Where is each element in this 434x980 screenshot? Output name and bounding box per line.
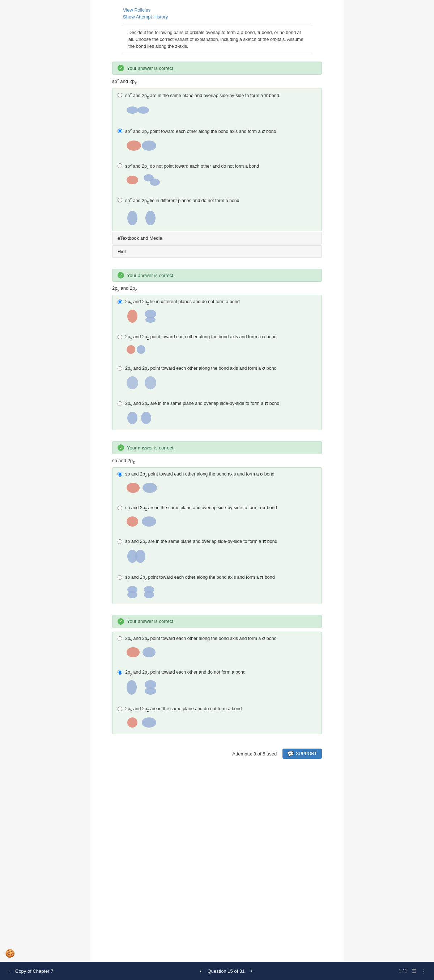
check-icon-1: ✓: [117, 65, 124, 72]
radio-3-1[interactable]: [117, 472, 122, 477]
prev-question-button[interactable]: ‹: [198, 966, 204, 976]
option-content-2-1: 2py and 2pz lie in different planes and …: [125, 299, 240, 325]
svg-point-33: [127, 718, 138, 727]
svg-point-6: [150, 178, 160, 186]
option-row-1-4[interactable]: sp2 and 2pz lie in different planes and …: [117, 197, 317, 227]
radio-2-2[interactable]: [117, 335, 122, 339]
option-text-2-3: 2py and 2pz point toward each other alon…: [125, 366, 277, 373]
svg-point-12: [127, 345, 135, 354]
option-content-3-1: sp and 2pz point toward each other along…: [125, 471, 274, 495]
svg-point-9: [127, 310, 138, 323]
radio-1-4[interactable]: [117, 198, 122, 202]
radio-1-2[interactable]: [117, 129, 122, 133]
svg-point-2: [127, 140, 141, 151]
answer-options-box-4: 2py and 2pz point toward each other alon…: [112, 632, 322, 734]
option-row-4-2[interactable]: 2py and 2pz point toward each other and …: [117, 669, 317, 699]
svg-point-11: [146, 317, 155, 323]
question-block-2: ✓ Your answer is correct. 2py and 2pz 2p…: [112, 269, 322, 430]
radio-4-1[interactable]: [117, 636, 122, 641]
option-row-3-3[interactable]: sp and 2pz are in the same plane and ove…: [117, 539, 317, 568]
correct-text-3: Your answer is correct.: [127, 445, 175, 450]
support-label: SUPPORT: [296, 751, 317, 756]
option-row-3-2[interactable]: sp and 2pz are in the same plane and ove…: [117, 505, 317, 532]
svg-point-27: [144, 591, 154, 598]
correct-banner-3: ✓ Your answer is correct.: [112, 441, 322, 454]
hint-btn-1[interactable]: Hint: [112, 245, 322, 258]
view-policies-link[interactable]: View Policies: [123, 7, 311, 13]
option-row-2-2[interactable]: 2py and 2pz point toward each other alon…: [117, 334, 317, 359]
svg-point-30: [127, 680, 137, 695]
radio-3-3[interactable]: [117, 539, 122, 544]
radio-4-3[interactable]: [117, 706, 122, 711]
page-wrapper: View Policies Show Attempt History Decid…: [90, 0, 344, 980]
svg-point-18: [127, 483, 139, 493]
orbital-img-3-4: [125, 584, 275, 600]
option-row-1-2[interactable]: sp2 and 2pz point toward each other alon…: [117, 128, 317, 156]
option-text-3-3: sp and 2pz are in the same plane and ove…: [125, 539, 277, 546]
option-text-3-4: sp and 2pz point toward each other along…: [125, 574, 275, 582]
check-icon-3: ✓: [117, 444, 124, 451]
correct-banner-1: ✓ Your answer is correct.: [112, 62, 322, 75]
orbital-img-2-3: [125, 375, 277, 391]
option-row-2-1[interactable]: 2py and 2pz lie in different planes and …: [117, 299, 317, 328]
next-question-button[interactable]: ›: [248, 966, 254, 976]
instruction-text: Decide if the following pairs of orbital…: [128, 30, 303, 49]
svg-point-8: [146, 211, 155, 225]
option-row-1-1[interactable]: sp2 and 2pz are in the same plane and ov…: [117, 92, 317, 121]
check-icon-2: ✓: [117, 272, 124, 278]
more-options-button[interactable]: ⋮: [421, 968, 427, 975]
option-content-1-1: sp2 and 2pz are in the same plane and ov…: [125, 92, 279, 118]
option-row-3-1[interactable]: sp and 2pz point toward each other along…: [117, 471, 317, 498]
orbital-img-2-4: [125, 411, 280, 426]
option-content-4-3: 2py and 2pz are in the same plane and do…: [125, 706, 242, 730]
orbital-img-3-1: [125, 481, 274, 495]
orbital-img-1-3: [125, 173, 259, 188]
cookie-icon[interactable]: 🍪: [5, 949, 15, 958]
option-text-4-1: 2py and 2pz point toward each other alon…: [125, 636, 277, 643]
radio-3-4[interactable]: [117, 575, 122, 580]
svg-point-14: [127, 376, 138, 389]
orbital-img-1-2: [125, 139, 276, 153]
orbital-label-2: 2py and 2pz: [112, 285, 322, 292]
svg-point-17: [141, 412, 151, 424]
attempts-text: Attempts: 3 of 5 used: [232, 751, 277, 757]
option-content-2-2: 2py and 2pz point toward each other alon…: [125, 334, 277, 356]
option-text-4-3: 2py and 2pz are in the same plane and do…: [125, 706, 242, 713]
radio-2-1[interactable]: [117, 299, 122, 304]
option-row-2-4[interactable]: 2py and 2pz are in the same plane and ov…: [117, 401, 317, 426]
radio-2-4[interactable]: [117, 401, 122, 406]
list-view-button[interactable]: ☰: [412, 968, 417, 975]
svg-point-34: [142, 718, 156, 727]
option-row-4-3[interactable]: 2py and 2pz are in the same plane and do…: [117, 706, 317, 730]
option-row-4-1[interactable]: 2py and 2pz point toward each other alon…: [117, 636, 317, 663]
back-button[interactable]: ← Copy of Chapter 7: [7, 968, 54, 974]
svg-point-32: [145, 687, 156, 695]
option-text-1-1: sp2 and 2pz are in the same plane and ov…: [125, 92, 279, 100]
svg-point-0: [127, 107, 138, 114]
correct-text-4: Your answer is correct.: [127, 619, 175, 624]
radio-2-3[interactable]: [117, 366, 122, 371]
bottom-nav: ← Copy of Chapter 7 ‹ Question 15 of 31 …: [0, 962, 434, 980]
page-label: 1 / 1: [399, 969, 407, 974]
option-text-2-2: 2py and 2pz point toward each other alon…: [125, 334, 277, 341]
option-content-1-4: sp2 and 2pz lie in different planes and …: [125, 197, 239, 227]
radio-3-2[interactable]: [117, 506, 122, 510]
nav-right: 1 / 1 ☰ ⋮: [399, 968, 427, 975]
svg-point-28: [127, 647, 139, 657]
option-row-2-3[interactable]: 2py and 2pz point toward each other alon…: [117, 366, 317, 394]
option-content-1-3: sp2 and 2pz do not point toward each oth…: [125, 162, 259, 188]
radio-4-2[interactable]: [117, 670, 122, 675]
radio-1-3[interactable]: [117, 163, 122, 168]
top-links: View Policies Show Attempt History: [90, 0, 344, 25]
show-attempt-history-link[interactable]: Show Attempt History: [123, 14, 311, 19]
radio-1-1[interactable]: [117, 93, 122, 97]
support-button[interactable]: 💬 SUPPORT: [282, 749, 322, 759]
etextbook-btn-1[interactable]: eTextbook and Media: [112, 232, 322, 245]
option-content-2-3: 2py and 2pz point toward each other alon…: [125, 366, 277, 391]
svg-point-29: [143, 647, 155, 657]
option-content-4-1: 2py and 2pz point toward each other alon…: [125, 636, 277, 660]
option-row-3-4[interactable]: sp and 2pz point toward each other along…: [117, 574, 317, 600]
correct-banner-4: ✓ Your answer is correct.: [112, 615, 322, 628]
option-row-1-3[interactable]: sp2 and 2pz do not point toward each oth…: [117, 162, 317, 191]
svg-point-1: [138, 107, 149, 114]
